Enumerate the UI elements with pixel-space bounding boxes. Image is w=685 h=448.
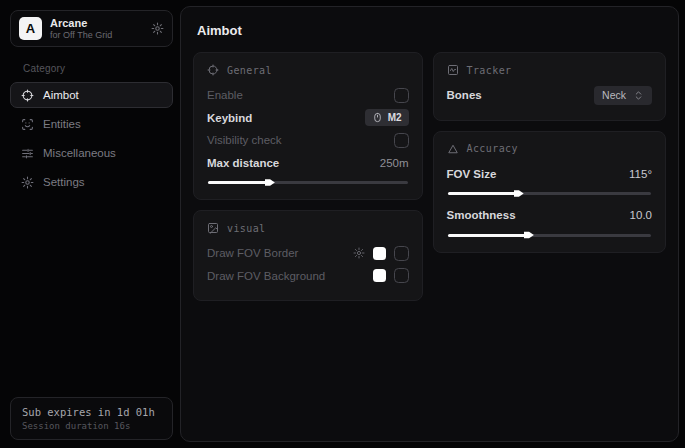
max-distance-label: Max distance xyxy=(207,157,279,169)
visibility-check-row: Visibility check xyxy=(207,129,409,152)
accuracy-header: Accuracy xyxy=(467,143,518,154)
tracker-card: Tracker Bones Neck xyxy=(433,52,666,121)
enable-checkbox[interactable] xyxy=(394,88,409,103)
sidebar-nav: Aimbot Entities Miscellaneous xyxy=(10,82,173,195)
tracker-header: Tracker xyxy=(467,65,512,76)
gear-icon xyxy=(21,176,34,189)
enable-row: Enable xyxy=(207,84,409,107)
sliders-icon xyxy=(21,147,34,160)
brand-name: Arcane xyxy=(50,17,143,30)
draw-fov-border-label: Draw FOV Border xyxy=(207,247,298,259)
fov-size-row: FOV Size 115° xyxy=(447,163,652,186)
bones-row: Bones Neck xyxy=(447,84,652,107)
category-label: Category xyxy=(23,63,173,74)
smoothness-row: Smoothness 10.0 xyxy=(447,204,652,227)
visual-icon xyxy=(207,222,219,234)
smoothness-value: 10.0 xyxy=(630,209,652,221)
general-header: General xyxy=(227,65,272,76)
crosshair-icon xyxy=(21,89,34,102)
fov-border-color-swatch[interactable] xyxy=(373,247,386,260)
keybind-value: M2 xyxy=(388,112,402,123)
sidebar-item-entities[interactable]: Entities xyxy=(10,111,173,137)
visual-header: visual xyxy=(227,223,266,234)
brand-settings-gear-icon[interactable] xyxy=(151,22,164,35)
expand-icon xyxy=(633,90,644,101)
draw-fov-background-row: Draw FOV Background xyxy=(207,265,409,288)
bones-selected-value: Neck xyxy=(602,89,626,101)
visibility-check-label: Visibility check xyxy=(207,134,282,146)
keybind-label: Keybind xyxy=(207,112,252,124)
max-distance-slider-thumb[interactable] xyxy=(265,178,275,188)
main-panel: Aimbot General Enable xyxy=(180,6,679,442)
bones-label: Bones xyxy=(447,89,482,101)
sub-expiry-text: Sub expires in 1d 01h xyxy=(22,406,161,418)
triangle-icon xyxy=(447,143,459,155)
page-title: Aimbot xyxy=(197,23,666,38)
smoothness-slider[interactable] xyxy=(448,234,651,237)
sidebar-item-label: Settings xyxy=(43,176,85,188)
smoothness-label: Smoothness xyxy=(447,209,516,221)
sidebar-item-miscellaneous[interactable]: Miscellaneous xyxy=(10,140,173,166)
brand-logo: A xyxy=(19,17,42,40)
fov-size-slider[interactable] xyxy=(448,192,651,195)
fov-background-checkbox[interactable] xyxy=(394,268,409,283)
tracker-icon xyxy=(447,64,459,76)
fov-size-label: FOV Size xyxy=(447,168,497,180)
sidebar-item-label: Miscellaneous xyxy=(43,147,116,159)
mouse-icon xyxy=(372,112,383,123)
max-distance-value: 250m xyxy=(380,157,409,169)
sidebar-item-settings[interactable]: Settings xyxy=(10,169,173,195)
fov-border-checkbox[interactable] xyxy=(394,246,409,261)
crosshair-icon xyxy=(207,64,219,76)
sidebar-item-aimbot[interactable]: Aimbot xyxy=(10,82,173,108)
max-distance-slider[interactable] xyxy=(208,181,408,184)
sidebar-item-label: Aimbot xyxy=(43,89,79,101)
fov-background-color-swatch[interactable] xyxy=(373,269,386,282)
max-distance-slider-fill xyxy=(208,181,268,184)
session-card: Sub expires in 1d 01h Session duration 1… xyxy=(10,397,173,440)
accuracy-card: Accuracy FOV Size 115° Smoothness 10.0 xyxy=(433,131,666,253)
max-distance-row: Max distance 250m xyxy=(207,152,409,175)
visual-card: visual Draw FOV Border xyxy=(193,210,423,301)
fov-size-slider-thumb[interactable] xyxy=(514,189,524,199)
sidebar: A Arcane for Off The Grid Category Aimbo… xyxy=(10,10,173,440)
bones-select[interactable]: Neck xyxy=(594,86,652,105)
smoothness-slider-fill xyxy=(448,234,527,237)
fov-size-value: 115° xyxy=(629,168,652,180)
general-card: General Enable Keybind M2 xyxy=(193,52,423,200)
brand-card: A Arcane for Off The Grid xyxy=(10,10,173,47)
keybind-row: Keybind M2 xyxy=(207,107,409,130)
draw-fov-background-label: Draw FOV Background xyxy=(207,270,325,282)
draw-fov-border-row: Draw FOV Border xyxy=(207,242,409,265)
visibility-check-checkbox[interactable] xyxy=(394,133,409,148)
session-duration-text: Session duration 16s xyxy=(22,421,161,431)
scan-face-icon xyxy=(21,118,34,131)
sidebar-item-label: Entities xyxy=(43,118,81,130)
keybind-button[interactable]: M2 xyxy=(365,109,409,126)
enable-label: Enable xyxy=(207,89,243,101)
fov-border-settings-gear-icon[interactable] xyxy=(353,247,365,259)
smoothness-slider-thumb[interactable] xyxy=(524,230,534,240)
brand-subtitle: for Off The Grid xyxy=(50,30,143,40)
fov-size-slider-fill xyxy=(448,192,517,195)
